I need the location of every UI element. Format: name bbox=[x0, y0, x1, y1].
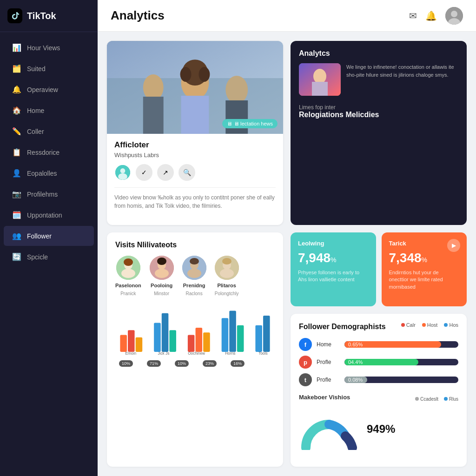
platform-label-2: Profle bbox=[317, 359, 340, 365]
sidebar: TikTok 📊 Hour Views 🗂️ Suited 🔔 Operavie… bbox=[0, 0, 98, 476]
analytics-thumbnail bbox=[299, 63, 341, 96]
chart-label-3: 10% bbox=[175, 360, 189, 367]
platform-bar-pct-1: 0.65% bbox=[348, 342, 363, 347]
svg-point-27 bbox=[155, 269, 169, 278]
stat-orange-desc: Endirntios hut your de onecttior we liml… bbox=[389, 269, 460, 291]
sidebar-item-coller[interactable]: ✏️ Coller bbox=[4, 121, 94, 141]
svg-text:Jick Js: Jick Js bbox=[158, 351, 169, 356]
sidebar-item-uppontation[interactable]: 🗓️ Uppontation bbox=[4, 205, 94, 225]
featured-image: 🖥 🖥 Iectation hews bbox=[107, 41, 283, 134]
platform-bar-pct-3: 0.08% bbox=[348, 377, 363, 383]
sidebar-item-label-uppontation: Uppontation bbox=[27, 212, 62, 219]
play-button[interactable]: ▶ bbox=[447, 239, 460, 252]
svg-rect-43 bbox=[188, 335, 195, 351]
chart-label-1: 10% bbox=[119, 360, 133, 367]
visit-name-4: Plitaros bbox=[217, 283, 236, 288]
stat-card-teal: Leolwing 7,948% Prhyese follonen is earl… bbox=[291, 232, 376, 306]
svg-point-28 bbox=[157, 258, 166, 265]
platform-bar-track-2: 04.4% bbox=[344, 359, 458, 365]
sidebar-item-label-suited: Suited bbox=[27, 65, 46, 73]
platform-icon-profle-1: p bbox=[299, 356, 312, 369]
sidebar-item-eopalolles[interactable]: 👤 Eopalolles bbox=[4, 163, 94, 183]
donut-title: Makeboer Vishios bbox=[299, 394, 350, 401]
visit-person-2: Pooloing Minstor bbox=[150, 256, 174, 296]
chart-labels: 10% 71% 10% 23% 16% bbox=[115, 360, 275, 367]
visit-person-1: Paselonon Pranick bbox=[115, 256, 141, 296]
demographics-title: Follower Demographists bbox=[299, 323, 386, 331]
featured-check-btn[interactable]: ✓ bbox=[136, 164, 152, 181]
sidebar-item-profilehms[interactable]: 📷 Profilehms bbox=[4, 184, 94, 204]
svg-point-36 bbox=[222, 258, 231, 264]
analytics-footer: Limes fop inter Relogiations Melicdies bbox=[299, 104, 458, 119]
sidebar-item-follower[interactable]: 👥 Follower bbox=[4, 226, 94, 246]
legend-host: Host bbox=[422, 322, 438, 328]
sidebar-item-label-operaview: Operaview bbox=[27, 86, 58, 93]
svg-point-19 bbox=[313, 69, 326, 84]
visit-person-3: Prenidng Raclons bbox=[182, 256, 206, 296]
demographics-legend: Calr Host Hos bbox=[401, 322, 458, 328]
visits-title: Visits Nlilivateots bbox=[115, 241, 275, 249]
featured-card: 🖥 🖥 Iectation hews Afficloter Wishpusts … bbox=[107, 41, 283, 225]
svg-rect-47 bbox=[229, 311, 236, 352]
featured-search-btn[interactable]: 🔍 bbox=[178, 164, 195, 181]
featured-badge: 🖥 🖥 Iectation hews bbox=[222, 119, 278, 128]
mail-icon[interactable]: ✉ bbox=[409, 10, 417, 21]
featured-share-btn[interactable]: ↗ bbox=[157, 164, 174, 181]
demographics-bars: f Home 0.65% p Profle 04. bbox=[299, 338, 458, 386]
suited-icon: 🗂️ bbox=[12, 64, 21, 73]
user-avatar[interactable] bbox=[445, 7, 463, 25]
featured-subtitle: Wishpusts Labrs bbox=[114, 152, 276, 159]
visit-sub-3: Raclons bbox=[186, 291, 203, 296]
svg-rect-50 bbox=[263, 316, 270, 352]
visits-card: Visits Nlilivateots Paselonon Pranick bbox=[107, 232, 283, 467]
analytics-footer-title: Relogiations Melicdies bbox=[299, 111, 458, 119]
sidebar-item-hour-views[interactable]: 📊 Hour Views bbox=[4, 38, 94, 58]
ressdorice-icon: 📋 bbox=[12, 148, 21, 157]
sidebar-item-spcicle[interactable]: 🔄 Spcicle bbox=[4, 247, 94, 267]
featured-avatar-1 bbox=[114, 164, 131, 181]
sidebar-item-label-hour-views: Hour Views bbox=[27, 44, 60, 52]
svg-point-23 bbox=[121, 269, 135, 278]
platform-bar-track-1: 0.65% bbox=[344, 341, 458, 348]
donut-value: 949% bbox=[367, 423, 395, 436]
badge-icon: 🖥 bbox=[227, 121, 232, 126]
visit-name-3: Prenidng bbox=[183, 283, 205, 288]
home-icon: 🏠 bbox=[12, 106, 21, 115]
visit-sub-4: Polongtchly bbox=[215, 291, 239, 296]
featured-body: Afficloter Wishpusts Labrs ✓ ↗ 🔍 Video v… bbox=[107, 134, 283, 217]
svg-rect-48 bbox=[237, 325, 244, 352]
svg-rect-14 bbox=[225, 100, 248, 134]
svg-point-13 bbox=[225, 76, 248, 104]
sidebar-item-label-home: Home bbox=[27, 107, 44, 114]
header-actions: ✉ 🔔 bbox=[409, 7, 463, 25]
svg-rect-40 bbox=[154, 323, 161, 352]
spcicle-icon: 🔄 bbox=[12, 252, 21, 261]
chart-label-5: 16% bbox=[231, 360, 245, 367]
sidebar-item-operaview[interactable]: 🔔 Operaview bbox=[4, 79, 94, 99]
stat-card-orange: ▶ Tarick 7,348% Endirntios hut your de o… bbox=[382, 232, 467, 306]
visit-avatar-2 bbox=[150, 256, 174, 280]
svg-point-35 bbox=[220, 269, 234, 278]
svg-point-2 bbox=[451, 11, 457, 17]
svg-rect-41 bbox=[162, 313, 169, 352]
bell-icon[interactable]: 🔔 bbox=[425, 10, 437, 21]
platform-bar-track-3: 0.08% bbox=[344, 377, 458, 383]
featured-description: Video view bnow ‰holk as you only to con… bbox=[114, 187, 276, 210]
sidebar-item-label-coller: Coller bbox=[27, 128, 44, 135]
page-title: Analytics bbox=[111, 8, 165, 23]
stat-orange-value: 7,348% bbox=[389, 251, 460, 265]
visit-name-2: Pooloing bbox=[151, 283, 172, 288]
sidebar-item-home[interactable]: 🏠 Home bbox=[4, 100, 94, 120]
svg-point-32 bbox=[190, 258, 199, 264]
donut-wrapper: 949% bbox=[299, 408, 458, 450]
visit-avatar-1 bbox=[116, 256, 140, 280]
sidebar-item-ressdorice[interactable]: 📋 Ressdorice bbox=[4, 142, 94, 162]
main-content: Analytics ✉ 🔔 bbox=[98, 0, 476, 476]
bar-chart-svg: Emoin Jick Js Oochinew Horns Tools bbox=[115, 304, 275, 357]
svg-rect-9 bbox=[181, 96, 209, 134]
sidebar-item-suited[interactable]: 🗂️ Suited bbox=[4, 59, 94, 79]
operaview-icon: 🔔 bbox=[12, 85, 21, 94]
svg-point-12 bbox=[198, 67, 210, 82]
analytics-text: We linge to infinetene! conoctation or a… bbox=[346, 63, 458, 79]
donut-section: Makeboer Vishios Ccadeslt Rlus 949% bbox=[299, 394, 458, 450]
